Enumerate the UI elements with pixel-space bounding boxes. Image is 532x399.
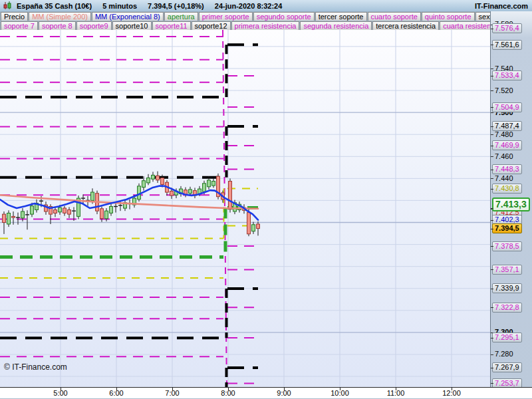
axis-label-7.480: 7.480 — [495, 130, 513, 139]
axis-tick-mark — [491, 29, 493, 29]
legend-item-b-0[interactable]: soporte 7 — [1, 21, 38, 30]
pivot-level-box-7.448,3: 7.448,3 — [492, 164, 522, 174]
pivot-level-box-7.295,1: 7.295,1 — [492, 332, 522, 342]
legend-item-8[interactable]: quinto soporte — [422, 12, 475, 21]
axis-tick-mark — [491, 307, 493, 308]
legend-item-b-4[interactable]: soporte11 — [152, 21, 191, 30]
axis-tick-mark — [491, 246, 493, 247]
time-tick-mark — [284, 388, 285, 390]
pivot-level-box-7.469,9: 7.469,9 — [492, 140, 522, 150]
legend-item-6[interactable]: tercer soporte — [315, 12, 367, 21]
legend-item-b-7[interactable]: segunda resistencia — [300, 21, 372, 30]
time-tick-mark — [340, 388, 340, 390]
legend-item-0[interactable]: Precio — [1, 12, 28, 21]
pivot-level-box-7.378,5: 7.378,5 — [492, 241, 522, 251]
legend-row-2: soporte 7soporte 8soporte9soporte10sopor… — [0, 21, 490, 30]
pivot-lines-before-session — [0, 37, 223, 356]
pivot-level-box-7.430,8: 7.430,8 — [492, 184, 522, 194]
time-tick-mark — [228, 388, 229, 390]
legend-item-b-6[interactable]: primera resistencia — [231, 21, 300, 30]
axis-tick-mark — [491, 156, 493, 157]
axis-tick-mark — [491, 354, 493, 355]
axis-tick-mark — [491, 368, 493, 368]
legend-item-b-2[interactable]: soporte9 — [76, 21, 112, 30]
legend-item-5[interactable]: segundo soporte — [253, 12, 315, 21]
axis-tick-mark — [491, 112, 493, 113]
legend-row-1: PrecioMM (Simple 200)MM (Exponencial 8)a… — [0, 11, 490, 21]
sma200-line — [0, 195, 258, 209]
legend-item-7[interactable]: cuarto soporte — [368, 12, 421, 21]
pivot-level-box-7.487,4: 7.487,4 — [492, 121, 522, 131]
axis-tick-mark — [491, 45, 493, 45]
legend-item-b-3[interactable]: soporte10 — [112, 21, 152, 30]
last-price-and-change: 7.394,5 (+0,18%) — [148, 2, 204, 10]
axis-label-7.440: 7.440 — [495, 174, 513, 183]
axis-tick-mark — [491, 289, 493, 289]
legend-item-b-8[interactable]: tercera resistencia — [372, 21, 439, 30]
axis-tick-mark — [491, 134, 493, 135]
axis-tick-mark — [491, 208, 493, 209]
time-axis[interactable]: 5:006:007:008:009:0010:0011:0012:00 — [0, 387, 532, 398]
datetime-label: 24-jun-2020 8:32:24 — [215, 2, 283, 10]
axis-tick-mark — [491, 68, 493, 69]
axis-tick-mark — [491, 269, 493, 270]
pivot-level-box-7.339,9: 7.339,9 — [492, 283, 522, 293]
legend-item-b-1[interactable]: soporte 8 — [39, 21, 76, 30]
brand-logo: IT-Finance.com — [475, 2, 528, 10]
legend-item-4[interactable]: primer soporte — [199, 12, 253, 21]
axis-label-7.460: 7.460 — [495, 152, 513, 161]
time-tick-mark — [61, 388, 61, 390]
axis-tick-mark — [491, 178, 493, 179]
axis-label-7.520: 7.520 — [495, 86, 513, 95]
copyright-watermark: © IT-Finance.com — [4, 362, 67, 372]
pivot-level-box-7.504,9: 7.504,9 — [492, 102, 522, 112]
axis-tick-mark — [491, 76, 493, 76]
axis-tick-mark — [491, 126, 493, 127]
axis-tick-mark — [491, 146, 493, 146]
legend-item-3[interactable]: apertura — [164, 12, 198, 21]
pivot-level-box-7.357,1: 7.357,1 — [492, 265, 522, 275]
axis-tick-mark — [491, 220, 493, 221]
axis-tick-mark — [491, 90, 493, 91]
axis-label-7.280: 7.280 — [495, 350, 513, 358]
apertura-value-box: 7.413,3 — [492, 198, 530, 211]
candles-icon — [3, 1, 13, 10]
instrument-name: España 35 Cash (10€) — [17, 2, 92, 10]
legend-item-b-5[interactable]: soporte12 — [192, 21, 231, 30]
axis-tick-mark — [491, 189, 493, 190]
price-axis[interactable]: 7.5807.5407.5207.5007.4807.4607.4407.300… — [490, 11, 532, 387]
legend-item-1[interactable]: MM (Simple 200) — [29, 12, 91, 21]
title-bar: España 35 Cash (10€) 5 minutos 7.394,5 (… — [0, 0, 532, 12]
chart-svg — [0, 30, 490, 387]
pivot-level-box-7.267,9: 7.267,9 — [492, 362, 522, 372]
axis-tick-mark — [491, 170, 493, 170]
axis-tick-mark — [491, 229, 493, 229]
legend-item-9[interactable]: sexto soporte — [475, 12, 490, 21]
axis-tick-mark — [491, 338, 493, 338]
pivot-level-box-7.253,7: 7.253,7 — [492, 378, 522, 387]
pivot-level-box-7.561,6: 7.561,6 — [492, 40, 522, 50]
legend-item-2[interactable]: MM (Exponencial 8) — [92, 12, 164, 21]
time-tick-mark — [452, 388, 452, 390]
current-price-box: 7.394,5 — [492, 223, 522, 233]
pivot-level-box-7.322,8: 7.322,8 — [492, 303, 522, 313]
time-tick-mark — [172, 388, 173, 390]
time-tick-mark — [396, 388, 396, 390]
pivot-level-box-7.533,4: 7.533,4 — [492, 70, 522, 80]
legend-item-b-9[interactable]: cuarta resistencia — [440, 21, 490, 30]
axis-tick-mark — [491, 383, 493, 384]
pivot-level-box-7.576,4: 7.576,4 — [492, 23, 522, 33]
price-chart-canvas[interactable] — [0, 30, 490, 387]
time-tick-mark — [116, 388, 117, 390]
axis-tick-mark — [491, 107, 493, 108]
timeframe-label: 5 minutos — [102, 2, 137, 10]
